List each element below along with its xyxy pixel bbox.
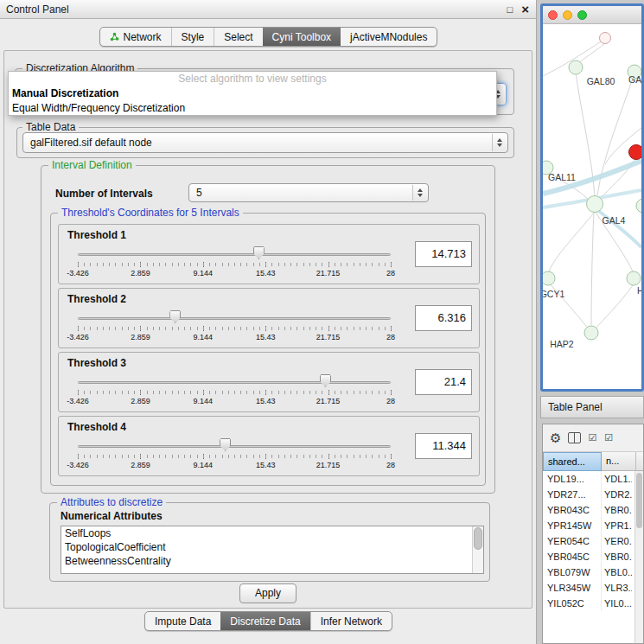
slider-thumb[interactable] <box>220 438 231 451</box>
node-label: GCY1 <box>543 289 564 299</box>
combo-stepper[interactable] <box>492 134 507 151</box>
tab-infer-network[interactable]: Infer Network <box>311 612 392 630</box>
dropdown-placeholder-item[interactable]: Select algorithm to view settings <box>9 72 496 86</box>
table-row[interactable]: YLR345WYLR3... <box>543 580 634 596</box>
threshold-value-field[interactable]: 21.4 <box>415 369 472 395</box>
minimize-traffic-light-icon[interactable] <box>563 10 572 20</box>
slider-thumb[interactable] <box>320 374 331 387</box>
threshold-value-field[interactable]: 6.316 <box>415 305 472 331</box>
node-label: HAP2 <box>550 339 574 349</box>
threshold-slider[interactable] <box>78 246 391 260</box>
slider-track[interactable] <box>78 381 391 384</box>
tab-label: jActiveMNodules <box>350 31 427 43</box>
tab-network[interactable]: Network <box>100 28 171 46</box>
threshold-label: Threshold 2 <box>67 293 126 305</box>
close-traffic-light-icon[interactable] <box>548 10 558 20</box>
node-h[interactable] <box>627 271 641 285</box>
node[interactable] <box>600 33 611 44</box>
table-row[interactable]: YDL19...YDL1... <box>543 471 634 487</box>
columns-icon[interactable] <box>568 432 581 443</box>
table-data-combobox[interactable]: galFiltered.sif default node <box>22 132 508 153</box>
threshold-slider[interactable] <box>78 438 391 452</box>
number-of-intervals-label: Number of Intervals <box>55 188 153 200</box>
down-arrow-icon <box>418 194 423 197</box>
slider-track[interactable] <box>78 445 391 448</box>
attributes-group-label: Attributes to discretize <box>57 496 166 509</box>
node-label: H <box>637 285 641 296</box>
threshold-slider[interactable] <box>78 310 391 324</box>
table-row[interactable]: YBR043CYBR0... <box>543 502 634 518</box>
threshold-slider[interactable] <box>78 374 391 388</box>
tab-label: Cyni Toolbox <box>272 31 331 43</box>
table-row[interactable]: YIL052CYIL0... <box>543 596 634 611</box>
tab-label: Style <box>182 31 205 43</box>
dropdown-item-equal-width-frequency[interactable]: Equal Width/Frequency Discretization <box>9 101 496 116</box>
algorithm-dropdown-list: Select algorithm to view settings Manual… <box>8 71 497 116</box>
tab-label: Select <box>224 31 252 43</box>
scrollbar-thumb[interactable] <box>474 527 482 550</box>
slider-track[interactable] <box>78 317 391 320</box>
node[interactable] <box>636 199 641 213</box>
threshold-panel-1: Threshold 1 -3.4262.8599.14415.4321.7152… <box>58 224 480 284</box>
screen: Control Panel □ × Network Style <box>0 0 644 644</box>
dropdown-item-manual-discretization[interactable]: Manual Discretization <box>9 86 496 101</box>
node-hap2[interactable] <box>584 326 598 340</box>
top-tab-group: Network Style Select Cyni Toolbox jActiv… <box>99 27 438 47</box>
bottom-tab-group: Impute Data Discretize Data Infer Networ… <box>144 611 392 631</box>
threshold-value-field[interactable]: 11.344 <box>415 433 472 459</box>
node-gal80[interactable] <box>569 61 583 74</box>
list-item[interactable]: TopologicalCoefficient <box>61 540 483 554</box>
number-of-intervals-combobox[interactable]: 5 <box>188 183 429 202</box>
tab-style[interactable]: Style <box>172 28 214 46</box>
table-panel-titlebar: Table Panel <box>540 396 644 418</box>
list-scrollbar[interactable] <box>472 526 483 573</box>
list-item[interactable]: BetweennessCentrality <box>61 554 483 568</box>
zoom-traffic-light-icon[interactable] <box>577 10 587 20</box>
control-panel-window: Control Panel □ × Network Style <box>0 0 537 644</box>
slider-minor-ticks <box>78 263 392 266</box>
threshold-value-field[interactable]: 14.713 <box>415 241 472 267</box>
tab-cyni-toolbox[interactable]: Cyni Toolbox <box>263 28 341 46</box>
table-row[interactable]: YDR27...YDR2... <box>543 487 634 502</box>
slider-tick-labels: -3.4262.8599.14415.4321.71528 <box>78 461 391 471</box>
slider-track[interactable] <box>78 253 391 256</box>
apply-button[interactable]: Apply <box>239 583 296 603</box>
tab-impute-data[interactable]: Impute Data <box>145 612 220 630</box>
table-row[interactable]: YBL079WYBL0... <box>543 564 634 580</box>
interval-definition-label: Interval Definition <box>48 159 136 172</box>
close-icon[interactable]: × <box>521 4 529 15</box>
network-icon <box>110 32 119 41</box>
network-canvas[interactable]: GAL80 GA GAL11 GAL4 GCY1 H HAP2 <box>543 24 641 389</box>
table-row[interactable]: YBR045CYBR0... <box>543 549 634 564</box>
gear-icon[interactable]: ⚙ <box>550 430 561 446</box>
table-row[interactable]: YER054CYER0... <box>543 533 634 549</box>
threshold-panel-2: Threshold 2 -3.4262.8599.14415.4321.7152… <box>58 288 480 348</box>
slider-thumb[interactable] <box>253 246 265 259</box>
combo-stepper[interactable] <box>412 185 427 201</box>
table-row[interactable]: YPR145WYPR1... <box>543 518 634 533</box>
node-label: GA <box>628 74 641 85</box>
panel-title: Control Panel <box>6 0 69 19</box>
scrollbar-thumb[interactable] <box>636 473 642 528</box>
table-data-groupbox: Table Data galFiltered.sif default node <box>16 127 514 158</box>
slider-thumb[interactable] <box>169 310 181 323</box>
tab-jactivemnodules[interactable]: jActiveMNodules <box>341 28 437 46</box>
number-of-intervals-value: 5 <box>196 184 202 201</box>
slider-minor-ticks <box>78 391 392 394</box>
tab-discretize-data[interactable]: Discretize Data <box>220 612 309 630</box>
up-arrow-icon <box>497 138 502 142</box>
column-header-shared-name[interactable]: shared... <box>543 452 602 471</box>
select-none-icon[interactable]: ☑ <box>604 432 614 443</box>
column-header-name[interactable]: n... <box>602 452 636 471</box>
node-gal4[interactable] <box>587 196 603 213</box>
threshold-panel-4: Threshold 4 -3.4262.8599.14415.4321.7152… <box>58 416 480 476</box>
node-gcy1[interactable] <box>543 271 555 285</box>
slider-minor-ticks <box>78 327 392 330</box>
float-window-icon[interactable]: □ <box>507 4 513 15</box>
table-scrollbar[interactable] <box>634 471 643 643</box>
slider-tick-labels: -3.4262.8599.14415.4321.71528 <box>78 333 391 343</box>
list-item[interactable]: SelfLoops <box>61 526 483 540</box>
tab-select[interactable]: Select <box>214 28 262 46</box>
select-all-icon[interactable]: ☑ <box>588 432 597 443</box>
node-red-selected[interactable] <box>629 145 642 160</box>
